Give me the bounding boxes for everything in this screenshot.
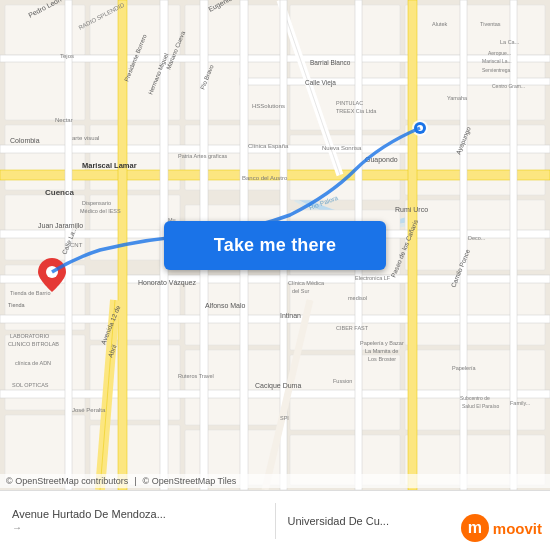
- svg-text:Barrial Blanco: Barrial Blanco: [310, 59, 351, 66]
- svg-text:Calle Vieja: Calle Vieja: [305, 79, 336, 87]
- svg-rect-56: [460, 0, 467, 490]
- svg-text:Clínica España: Clínica España: [248, 143, 289, 149]
- svg-text:Nueva Sonrisa: Nueva Sonrisa: [322, 145, 362, 151]
- svg-text:CIBER FAST: CIBER FAST: [336, 325, 369, 331]
- svg-text:Honorato Vázquez: Honorato Vázquez: [138, 279, 196, 287]
- svg-text:Family...: Family...: [510, 400, 531, 406]
- svg-text:Patria Artes graficas: Patria Artes graficas: [178, 153, 227, 159]
- take-me-there-button[interactable]: Take me there: [164, 221, 386, 270]
- svg-rect-11: [405, 60, 545, 120]
- svg-text:Alfonso Malo: Alfonso Malo: [205, 302, 246, 309]
- svg-text:Médico del IESS: Médico del IESS: [80, 208, 121, 214]
- svg-text:José Peralta: José Peralta: [72, 407, 106, 413]
- svg-text:Papelería: Papelería: [452, 365, 476, 371]
- copyright-text2: © OpenStreetMap Tiles: [143, 476, 237, 486]
- svg-rect-2: [5, 5, 85, 55]
- svg-text:Centro Gram...: Centro Gram...: [492, 83, 525, 89]
- svg-text:Los Broster: Los Broster: [368, 356, 396, 362]
- svg-text:Intinan: Intinan: [280, 312, 301, 319]
- svg-text:La Mamita de: La Mamita de: [365, 348, 398, 354]
- bottom-bar: Avenue Hurtado De Mendoza... → Universid…: [0, 490, 550, 550]
- svg-text:Electronica LF: Electronica LF: [355, 275, 391, 281]
- copyright-bar: © OpenStreetMap contributors | © OpenStr…: [0, 474, 550, 488]
- svg-text:Mariscal La...: Mariscal La...: [482, 58, 512, 64]
- svg-text:CNT: CNT: [70, 242, 83, 248]
- svg-text:Papelería y Bazar: Papelería y Bazar: [360, 340, 404, 346]
- svg-text:Banco del Austro: Banco del Austro: [242, 175, 288, 181]
- copyright-separator: |: [134, 476, 136, 486]
- map-container: Pedro Leon Eugenio Espejo RADIO SPLENDID…: [0, 0, 550, 490]
- route-from-label: Avenue Hurtado De Mendoza...: [12, 508, 232, 520]
- svg-rect-38: [0, 275, 550, 283]
- svg-text:Subcentro de: Subcentro de: [460, 395, 490, 401]
- route-to-label: Universidad De Cu...: [288, 515, 390, 527]
- svg-rect-16: [405, 125, 545, 195]
- svg-text:SOL OPTICAS: SOL OPTICAS: [12, 382, 49, 388]
- moovit-icon-letter: m: [468, 519, 482, 537]
- svg-rect-7: [5, 60, 85, 120]
- svg-text:Tiventas: Tiventas: [480, 21, 501, 27]
- svg-text:Yamaha: Yamaha: [447, 95, 468, 101]
- svg-text:Mariscal Lamar: Mariscal Lamar: [82, 161, 137, 170]
- svg-rect-26: [405, 275, 545, 345]
- svg-text:LABORATORIO: LABORATORIO: [10, 333, 50, 339]
- svg-text:Tienda: Tienda: [8, 302, 26, 308]
- svg-rect-5: [290, 5, 400, 60]
- svg-text:clínica de ADN: clínica de ADN: [15, 360, 51, 366]
- svg-text:Cacique Duma: Cacique Duma: [255, 382, 301, 390]
- moovit-logo: m moovit: [461, 514, 542, 542]
- svg-text:Nectar: Nectar: [55, 117, 73, 123]
- svg-rect-6: [405, 5, 545, 55]
- svg-text:Alutek: Alutek: [432, 21, 448, 27]
- svg-text:SPI: SPI: [280, 415, 289, 421]
- button-label: Take me there: [214, 235, 336, 256]
- svg-text:HSSolutions: HSSolutions: [252, 103, 285, 109]
- svg-rect-43: [0, 55, 550, 62]
- svg-text:PINTULAC: PINTULAC: [336, 100, 363, 106]
- svg-text:Colombia: Colombia: [10, 137, 40, 144]
- svg-text:Servientrega: Servientrega: [482, 67, 511, 73]
- copyright-text1: © OpenStreetMap contributors: [6, 476, 128, 486]
- svg-text:arte visual: arte visual: [72, 135, 99, 141]
- svg-text:CLINICO BITROLAB: CLINICO BITROLAB: [8, 341, 59, 347]
- svg-text:Ruteros Travel: Ruteros Travel: [178, 373, 214, 379]
- route-from-sublabel: →: [12, 522, 263, 533]
- svg-text:del Sur: del Sur: [292, 288, 310, 294]
- svg-text:Aeropue...: Aeropue...: [488, 50, 511, 56]
- svg-text:Rumi Urco: Rumi Urco: [395, 206, 428, 213]
- svg-text:Dispensario: Dispensario: [82, 200, 111, 206]
- svg-text:Fussion: Fussion: [333, 378, 352, 384]
- moovit-icon: m: [461, 514, 489, 542]
- svg-text:Salud El Paraíso: Salud El Paraíso: [462, 403, 499, 409]
- route-arrow: →: [12, 522, 22, 533]
- moovit-text: moovit: [493, 520, 542, 537]
- svg-text:TREEX Cia Ltda: TREEX Cia Ltda: [336, 108, 377, 114]
- svg-text:Tienda de Barrio: Tienda de Barrio: [10, 290, 50, 296]
- svg-rect-57: [510, 0, 517, 490]
- svg-text:Clínica Médica: Clínica Médica: [288, 280, 325, 286]
- svg-text:Tejos: Tejos: [60, 53, 74, 59]
- svg-text:Cuenca: Cuenca: [45, 188, 74, 197]
- svg-text:La Ca...: La Ca...: [500, 39, 520, 45]
- svg-text:Deco...: Deco...: [468, 235, 486, 241]
- svg-rect-39: [0, 315, 550, 323]
- route-from[interactable]: Avenue Hurtado De Mendoza... →: [0, 508, 275, 533]
- svg-text:medisol: medisol: [348, 295, 367, 301]
